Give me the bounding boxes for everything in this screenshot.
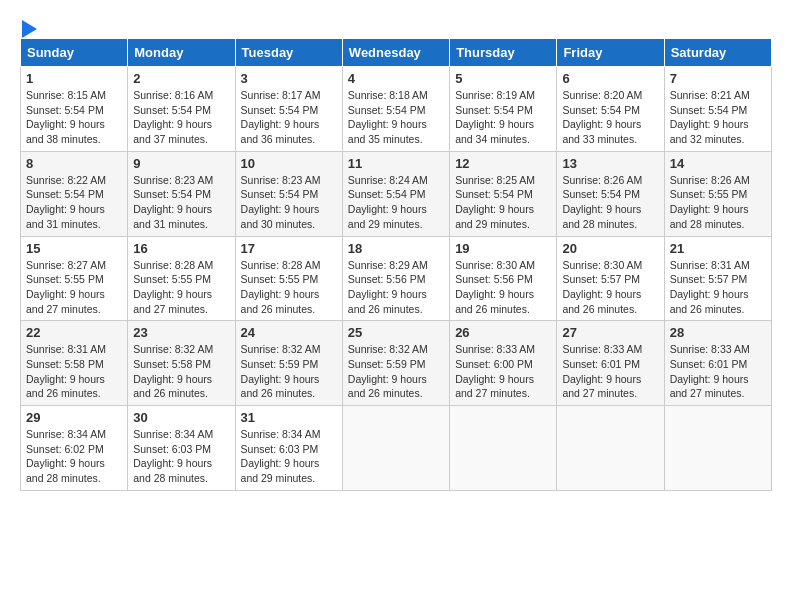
day-info: Sunrise: 8:26 AMSunset: 5:54 PMDaylight:… (562, 174, 642, 230)
calendar-day-cell: 29 Sunrise: 8:34 AMSunset: 6:02 PMDaylig… (21, 406, 128, 491)
page-container: SundayMondayTuesdayWednesdayThursdayFrid… (20, 20, 772, 491)
day-info: Sunrise: 8:28 AMSunset: 5:55 PMDaylight:… (133, 259, 213, 315)
weekday-header-monday: Monday (128, 39, 235, 67)
weekday-header-wednesday: Wednesday (342, 39, 449, 67)
day-info: Sunrise: 8:30 AMSunset: 5:57 PMDaylight:… (562, 259, 642, 315)
day-number: 31 (241, 410, 337, 425)
day-info: Sunrise: 8:25 AMSunset: 5:54 PMDaylight:… (455, 174, 535, 230)
day-info: Sunrise: 8:19 AMSunset: 5:54 PMDaylight:… (455, 89, 535, 145)
day-info: Sunrise: 8:22 AMSunset: 5:54 PMDaylight:… (26, 174, 106, 230)
calendar-day-cell: 25 Sunrise: 8:32 AMSunset: 5:59 PMDaylig… (342, 321, 449, 406)
day-number: 16 (133, 241, 229, 256)
day-info: Sunrise: 8:29 AMSunset: 5:56 PMDaylight:… (348, 259, 428, 315)
calendar-day-cell: 30 Sunrise: 8:34 AMSunset: 6:03 PMDaylig… (128, 406, 235, 491)
day-number: 17 (241, 241, 337, 256)
day-info: Sunrise: 8:32 AMSunset: 5:59 PMDaylight:… (241, 343, 321, 399)
calendar-day-cell: 28 Sunrise: 8:33 AMSunset: 6:01 PMDaylig… (664, 321, 771, 406)
day-number: 9 (133, 156, 229, 171)
calendar-day-cell: 12 Sunrise: 8:25 AMSunset: 5:54 PMDaylig… (450, 151, 557, 236)
day-number: 13 (562, 156, 658, 171)
day-info: Sunrise: 8:23 AMSunset: 5:54 PMDaylight:… (133, 174, 213, 230)
day-number: 6 (562, 71, 658, 86)
calendar-day-cell: 5 Sunrise: 8:19 AMSunset: 5:54 PMDayligh… (450, 67, 557, 152)
day-info: Sunrise: 8:31 AMSunset: 5:57 PMDaylight:… (670, 259, 750, 315)
day-info: Sunrise: 8:33 AMSunset: 6:01 PMDaylight:… (670, 343, 750, 399)
day-number: 12 (455, 156, 551, 171)
calendar-week-row: 8 Sunrise: 8:22 AMSunset: 5:54 PMDayligh… (21, 151, 772, 236)
day-info: Sunrise: 8:32 AMSunset: 5:58 PMDaylight:… (133, 343, 213, 399)
empty-cell (450, 406, 557, 491)
empty-cell (342, 406, 449, 491)
day-info: Sunrise: 8:15 AMSunset: 5:54 PMDaylight:… (26, 89, 106, 145)
calendar-day-cell: 23 Sunrise: 8:32 AMSunset: 5:58 PMDaylig… (128, 321, 235, 406)
calendar-day-cell: 6 Sunrise: 8:20 AMSunset: 5:54 PMDayligh… (557, 67, 664, 152)
day-number: 11 (348, 156, 444, 171)
calendar-day-cell: 3 Sunrise: 8:17 AMSunset: 5:54 PMDayligh… (235, 67, 342, 152)
day-info: Sunrise: 8:32 AMSunset: 5:59 PMDaylight:… (348, 343, 428, 399)
weekday-header-thursday: Thursday (450, 39, 557, 67)
weekday-header-saturday: Saturday (664, 39, 771, 67)
day-number: 27 (562, 325, 658, 340)
calendar-day-cell: 11 Sunrise: 8:24 AMSunset: 5:54 PMDaylig… (342, 151, 449, 236)
day-number: 23 (133, 325, 229, 340)
calendar-week-row: 29 Sunrise: 8:34 AMSunset: 6:02 PMDaylig… (21, 406, 772, 491)
calendar-day-cell: 16 Sunrise: 8:28 AMSunset: 5:55 PMDaylig… (128, 236, 235, 321)
calendar-table: SundayMondayTuesdayWednesdayThursdayFrid… (20, 38, 772, 491)
calendar-day-cell: 15 Sunrise: 8:27 AMSunset: 5:55 PMDaylig… (21, 236, 128, 321)
day-info: Sunrise: 8:18 AMSunset: 5:54 PMDaylight:… (348, 89, 428, 145)
calendar-day-cell: 21 Sunrise: 8:31 AMSunset: 5:57 PMDaylig… (664, 236, 771, 321)
day-number: 14 (670, 156, 766, 171)
day-info: Sunrise: 8:16 AMSunset: 5:54 PMDaylight:… (133, 89, 213, 145)
day-info: Sunrise: 8:23 AMSunset: 5:54 PMDaylight:… (241, 174, 321, 230)
logo-arrow-icon (22, 20, 37, 38)
day-number: 15 (26, 241, 122, 256)
day-number: 25 (348, 325, 444, 340)
calendar-day-cell: 26 Sunrise: 8:33 AMSunset: 6:00 PMDaylig… (450, 321, 557, 406)
day-info: Sunrise: 8:28 AMSunset: 5:55 PMDaylight:… (241, 259, 321, 315)
day-info: Sunrise: 8:33 AMSunset: 6:00 PMDaylight:… (455, 343, 535, 399)
day-number: 26 (455, 325, 551, 340)
calendar-day-cell: 2 Sunrise: 8:16 AMSunset: 5:54 PMDayligh… (128, 67, 235, 152)
day-info: Sunrise: 8:17 AMSunset: 5:54 PMDaylight:… (241, 89, 321, 145)
day-number: 10 (241, 156, 337, 171)
day-info: Sunrise: 8:33 AMSunset: 6:01 PMDaylight:… (562, 343, 642, 399)
calendar-day-cell: 19 Sunrise: 8:30 AMSunset: 5:56 PMDaylig… (450, 236, 557, 321)
day-number: 21 (670, 241, 766, 256)
day-info: Sunrise: 8:34 AMSunset: 6:03 PMDaylight:… (241, 428, 321, 484)
calendar-day-cell: 8 Sunrise: 8:22 AMSunset: 5:54 PMDayligh… (21, 151, 128, 236)
calendar-day-cell: 31 Sunrise: 8:34 AMSunset: 6:03 PMDaylig… (235, 406, 342, 491)
calendar-day-cell: 7 Sunrise: 8:21 AMSunset: 5:54 PMDayligh… (664, 67, 771, 152)
day-info: Sunrise: 8:30 AMSunset: 5:56 PMDaylight:… (455, 259, 535, 315)
day-info: Sunrise: 8:21 AMSunset: 5:54 PMDaylight:… (670, 89, 750, 145)
day-number: 1 (26, 71, 122, 86)
calendar-day-cell: 24 Sunrise: 8:32 AMSunset: 5:59 PMDaylig… (235, 321, 342, 406)
day-number: 24 (241, 325, 337, 340)
day-number: 2 (133, 71, 229, 86)
empty-cell (664, 406, 771, 491)
weekday-header-tuesday: Tuesday (235, 39, 342, 67)
day-number: 30 (133, 410, 229, 425)
calendar-day-cell: 17 Sunrise: 8:28 AMSunset: 5:55 PMDaylig… (235, 236, 342, 321)
calendar-week-row: 15 Sunrise: 8:27 AMSunset: 5:55 PMDaylig… (21, 236, 772, 321)
day-number: 3 (241, 71, 337, 86)
day-number: 28 (670, 325, 766, 340)
calendar-day-cell: 10 Sunrise: 8:23 AMSunset: 5:54 PMDaylig… (235, 151, 342, 236)
calendar-day-cell: 1 Sunrise: 8:15 AMSunset: 5:54 PMDayligh… (21, 67, 128, 152)
day-info: Sunrise: 8:27 AMSunset: 5:55 PMDaylight:… (26, 259, 106, 315)
calendar-week-row: 1 Sunrise: 8:15 AMSunset: 5:54 PMDayligh… (21, 67, 772, 152)
day-number: 8 (26, 156, 122, 171)
calendar-week-row: 22 Sunrise: 8:31 AMSunset: 5:58 PMDaylig… (21, 321, 772, 406)
day-info: Sunrise: 8:20 AMSunset: 5:54 PMDaylight:… (562, 89, 642, 145)
weekday-header-sunday: Sunday (21, 39, 128, 67)
day-info: Sunrise: 8:34 AMSunset: 6:03 PMDaylight:… (133, 428, 213, 484)
day-number: 7 (670, 71, 766, 86)
calendar-day-cell: 18 Sunrise: 8:29 AMSunset: 5:56 PMDaylig… (342, 236, 449, 321)
day-info: Sunrise: 8:31 AMSunset: 5:58 PMDaylight:… (26, 343, 106, 399)
day-info: Sunrise: 8:24 AMSunset: 5:54 PMDaylight:… (348, 174, 428, 230)
weekday-header-friday: Friday (557, 39, 664, 67)
empty-cell (557, 406, 664, 491)
day-number: 29 (26, 410, 122, 425)
calendar-day-cell: 9 Sunrise: 8:23 AMSunset: 5:54 PMDayligh… (128, 151, 235, 236)
day-number: 5 (455, 71, 551, 86)
calendar-day-cell: 20 Sunrise: 8:30 AMSunset: 5:57 PMDaylig… (557, 236, 664, 321)
